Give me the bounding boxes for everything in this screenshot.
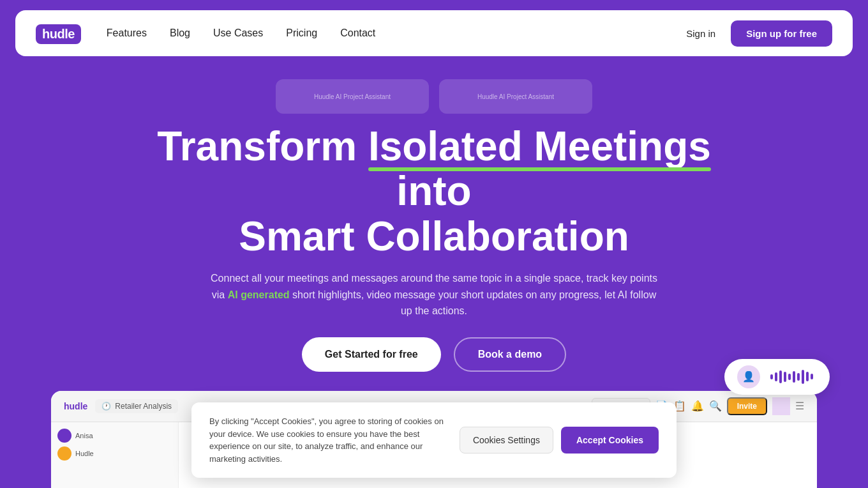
ai-highlight: AI generated [228,289,290,300]
sign-in-link[interactable]: Sign in [686,28,715,39]
wave-bar [779,370,782,383]
accept-cookies-button[interactable]: Accept Cookies [561,427,659,454]
nav-right: Sign in Sign up for free [686,20,832,47]
wave-bar [797,373,800,381]
user-avatar-1 [57,429,71,443]
get-started-button[interactable]: Get Started for free [302,337,441,372]
signup-button[interactable]: Sign up for free [731,20,832,47]
sidebar-user-1: Anisa [57,429,172,443]
wave-bar [793,371,795,383]
hero-section: Huudle AI Project Assistant Huudle AI Pr… [0,66,868,372]
bell-icon: 🔔 [691,400,704,412]
hero-buttons: Get Started for free Book a demo [26,337,842,372]
floating-voice-ui: 👤 [724,359,830,395]
wave-bar [788,374,791,380]
app-logo: hudle [64,401,87,411]
user-avatar-icon [772,397,790,415]
app-title-tag: 🕐 Retailer Analysis [95,399,178,413]
cookie-banner: By clicking "Accept Cookies", you agree … [191,402,677,478]
sidebar-user-2: Hudle [57,446,172,461]
nav-pricing[interactable]: Pricing [286,27,317,38]
app-sidebar: Anisa Hudle [51,422,179,488]
invite-button[interactable]: Invite [727,397,767,415]
nav-contact[interactable]: Contact [340,27,375,38]
cookie-text: By clicking "Accept Cookies", you agree … [209,415,447,465]
nav-blog[interactable]: Blog [170,27,190,38]
wave-bar [775,372,777,381]
voice-avatar: 👤 [737,365,760,388]
nav-links: Features Blog Use Cases Pricing Contact [107,27,661,39]
cookie-actions: Cookies Settings Accept Cookies [460,427,659,454]
hero-highlight: Isolated Meetings [368,124,711,169]
wave-bar [770,374,773,379]
user-avatar-2 [57,446,71,461]
wave-bar [811,374,813,379]
book-demo-button[interactable]: Book a demo [454,337,566,372]
cookies-settings-button[interactable]: Cookies Settings [460,427,553,454]
hero-image-1: Huudle AI Project Assistant [276,79,429,114]
hero-title: Transform Isolated Meetings into Smart C… [147,124,721,259]
nav-features[interactable]: Features [107,27,147,38]
search-icon: 🔍 [709,400,722,412]
hero-image-2: Huudle AI Project Assistant [439,79,592,114]
wave-bar [806,372,809,381]
wave-bar [784,372,786,382]
menu-icon: ☰ [795,400,804,412]
clock-icon: 🕐 [101,402,111,411]
navbar: hudle Features Blog Use Cases Pricing Co… [15,10,853,56]
hero-description: Connect all your meetings and messages a… [211,270,657,319]
nav-use-cases[interactable]: Use Cases [213,27,263,38]
logo: hudle [36,22,81,44]
voice-waveform [767,370,817,384]
hero-images: Huudle AI Project Assistant Huudle AI Pr… [26,79,842,114]
wave-bar [802,370,804,384]
